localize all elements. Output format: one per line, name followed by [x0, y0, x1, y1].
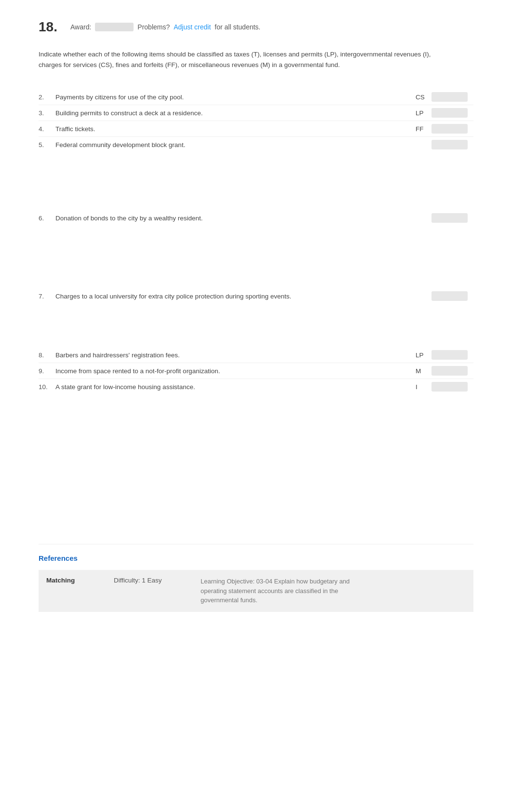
table-row: 5. Federal community development block g…	[39, 137, 473, 152]
answer-box	[431, 92, 468, 102]
answer-box	[431, 108, 468, 118]
item-number: 7.	[39, 293, 55, 300]
item-answer	[416, 291, 473, 301]
item-number: 8.	[39, 352, 55, 359]
references-table: Matching Difficulty: 1 Easy Learning Obj…	[39, 570, 473, 612]
table-row: 10. A state grant for low-income housing…	[39, 379, 473, 394]
table-row: 8. Barbers and hairdressers' registratio…	[39, 347, 473, 363]
item-answer: CS	[416, 92, 473, 102]
problems-text: Problems?	[137, 23, 170, 31]
answer-box	[431, 124, 468, 134]
item-number: 3.	[39, 109, 55, 117]
adjust-suffix: for all students.	[215, 23, 260, 31]
table-row: 4. Traffic tickets. FF	[39, 121, 473, 137]
ref-difficulty: Difficulty: 1 Easy	[114, 577, 181, 584]
answer-code: I	[416, 383, 428, 391]
item-number: 10.	[39, 383, 55, 391]
item-text: Traffic tickets.	[55, 125, 416, 133]
item-text: Federal community development block gran…	[55, 141, 416, 149]
item-text: Barbers and hairdressers' registration f…	[55, 352, 416, 359]
item-answer: FF	[416, 124, 473, 134]
item-answer: I	[416, 382, 473, 392]
award-value-box	[95, 23, 134, 31]
item-number: 5.	[39, 141, 55, 149]
item-answer	[416, 140, 473, 149]
item-text: Donation of bonds to the city by a wealt…	[55, 215, 416, 222]
item-6-section: 6. Donation of bonds to the city by a we…	[39, 210, 473, 226]
award-label: Award:	[70, 23, 91, 31]
table-row: 9. Income from space rented to a not-for…	[39, 363, 473, 379]
item-number: 2.	[39, 94, 55, 101]
ref-objective: Learning Objective: 03-04 Explain how bu…	[201, 577, 355, 605]
answer-code: M	[416, 367, 428, 375]
answer-box	[431, 140, 468, 149]
item-text: Income from space rented to a not-for-pr…	[55, 367, 416, 375]
item-text: A state grant for low-income housing ass…	[55, 383, 416, 391]
item-number: 4.	[39, 125, 55, 133]
item-text: Charges to a local university for extra …	[55, 293, 416, 300]
adjust-credit-link[interactable]: Adjust credit	[174, 23, 211, 31]
item-answer: LP	[416, 350, 473, 360]
table-row: 3. Building permits to construct a deck …	[39, 105, 473, 121]
answer-box	[431, 366, 468, 376]
items-group-1: 2. Payments by citizens for use of the c…	[39, 89, 473, 152]
item-number: 9.	[39, 367, 55, 375]
item-answer	[416, 213, 473, 223]
answer-code: LP	[416, 109, 428, 117]
table-row: 7. Charges to a local university for ext…	[39, 288, 473, 304]
answer-code: LP	[416, 352, 428, 359]
references-title: References	[39, 554, 473, 562]
item-answer: M	[416, 366, 473, 376]
question-number: 18.	[39, 19, 63, 35]
item-text: Payments by citizens for use of the city…	[55, 94, 416, 101]
item-text: Building permits to construct a deck at …	[55, 109, 416, 117]
answer-box	[431, 382, 468, 392]
item-number: 6.	[39, 215, 55, 222]
instructions-text: Indicate whether each of the following i…	[39, 49, 434, 70]
answer-box	[431, 291, 468, 301]
item-7-section: 7. Charges to a local university for ext…	[39, 288, 473, 304]
answer-box	[431, 213, 468, 223]
ref-type: Matching	[46, 577, 94, 584]
answer-code: CS	[416, 94, 428, 101]
answer-box	[431, 350, 468, 360]
item-answer: LP	[416, 108, 473, 118]
table-row: 6. Donation of bonds to the city by a we…	[39, 210, 473, 226]
references-section: References Matching Difficulty: 1 Easy L…	[39, 544, 473, 612]
table-row: 2. Payments by citizens for use of the c…	[39, 89, 473, 105]
items-group-2: 8. Barbers and hairdressers' registratio…	[39, 347, 473, 394]
answer-code: FF	[416, 125, 428, 133]
